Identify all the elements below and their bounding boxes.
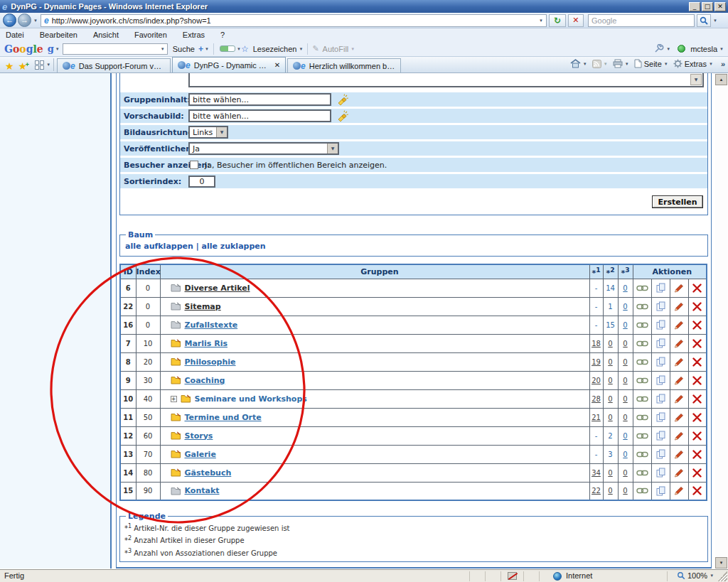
bookmarks-button[interactable]: Lesezeichen [253,45,297,53]
delete-action[interactable] [688,482,707,500]
delete-action[interactable] [688,352,707,371]
link-action[interactable] [633,389,651,408]
url-dropdown-icon[interactable]: ▼ [539,18,543,23]
group-link[interactable]: Gästebuch [185,468,232,478]
home-dropdown-icon[interactable]: ▼ [583,62,587,66]
copy-action[interactable] [651,352,670,371]
user-menu[interactable]: mctesla [690,45,717,53]
close-button[interactable]: ✕ [714,2,726,11]
group-link[interactable]: Philosophie [185,357,236,367]
delete-action[interactable] [688,408,707,426]
menu-item[interactable]: Favoriten [134,29,174,41]
add-search-icon[interactable]: + [198,44,203,54]
menu-item[interactable]: Ansicht [93,29,126,41]
flashlight-icon[interactable] [336,110,348,122]
group-link[interactable]: Galerie [185,450,216,459]
settings-dropdown-icon[interactable]: ▼ [666,47,670,51]
favorites-button[interactable]: ★ [5,60,14,72]
refresh-button[interactable]: ↻ [549,14,566,27]
vertical-scrollbar[interactable]: ▲ ▼ [715,73,727,569]
delete-action[interactable] [688,316,707,334]
group-link[interactable]: Termine und Orte [185,413,262,422]
browser-tab[interactable]: e Herzlich willkommen bei Joyw... [287,58,401,72]
search-go-button[interactable] [697,14,711,27]
google-g-button[interactable]: g [48,43,54,54]
link-action[interactable] [633,445,651,463]
link-action[interactable] [633,279,651,297]
browser-tab[interactable]: e Das Support-Forum von DynPG [57,58,171,72]
stop-button[interactable]: ✕ [568,14,584,27]
group-link[interactable]: Zufallstexte [185,320,238,330]
link-action[interactable] [633,334,651,352]
wrench-icon[interactable] [654,44,664,53]
delete-action[interactable] [688,371,707,389]
group-link[interactable]: Marlis Ris [185,339,228,348]
expand-icon[interactable]: + [171,396,177,402]
sortierindex-input[interactable]: 0 [188,176,215,188]
url-field[interactable]: e http://www.joywork.ch/cms/index.php?sh… [41,14,547,27]
link-action[interactable] [633,316,651,334]
copy-action[interactable] [651,408,670,426]
edit-action[interactable] [670,463,688,482]
copy-action[interactable] [651,316,670,334]
edit-action[interactable] [670,445,688,463]
bookmarks-dropdown-icon[interactable]: ▼ [299,47,303,51]
delete-action[interactable] [688,389,707,408]
erstellen-button[interactable]: Erstellen [652,195,703,208]
page-icon[interactable] [634,59,642,68]
delete-action[interactable] [688,463,707,482]
print-icon[interactable] [613,59,623,68]
edit-action[interactable] [670,279,688,297]
tab-list-dropdown-icon[interactable]: ▼ [46,63,50,67]
group-link[interactable]: Kontakt [185,486,220,495]
delete-action[interactable] [688,334,707,352]
print-dropdown-icon[interactable]: ▼ [625,62,629,66]
delete-action[interactable] [688,297,707,316]
gear-icon[interactable] [673,59,682,68]
feed-icon[interactable] [592,60,601,68]
copy-action[interactable] [651,371,670,389]
delete-action[interactable] [688,279,707,297]
link-action[interactable] [633,297,651,316]
flashlight-icon[interactable] [336,94,348,105]
group-link[interactable]: Seminare und Workshops [195,394,307,404]
restore-button[interactable]: □ [702,2,713,11]
resize-grip[interactable] [717,571,727,581]
gruppeninhalt-select[interactable]: bitte wählen... [188,93,331,106]
home-icon[interactable] [570,59,581,68]
google-search-input[interactable]: ▼ [63,43,168,55]
link-action[interactable] [633,426,651,445]
tools-dropdown-icon[interactable]: ▼ [709,62,713,66]
google-search-dropdown-icon[interactable]: ▼ [161,47,165,51]
page-dropdown-icon[interactable]: ▼ [664,62,668,66]
copy-action[interactable] [651,334,670,352]
tab-close-icon[interactable]: ✕ [274,61,280,69]
page-menu[interactable]: Seite [644,60,662,68]
menu-item[interactable]: Extras [183,29,212,41]
search-options-dropdown-icon[interactable]: ▼ [713,18,717,23]
delete-action[interactable] [688,445,707,463]
scroll-up-icon[interactable]: ▲ [715,74,727,85]
edit-action[interactable] [670,297,688,316]
edit-action[interactable] [670,352,688,371]
edit-action[interactable] [670,389,688,408]
copy-action[interactable] [651,279,670,297]
edit-action[interactable] [670,426,688,445]
group-link[interactable]: Coaching [185,376,225,385]
autofill-dropdown-icon[interactable]: ▼ [350,47,355,51]
group-link[interactable]: Sitemap [185,302,221,311]
back-button[interactable]: ← [3,14,16,27]
edit-action[interactable] [670,482,688,500]
menu-item[interactable]: Datei [6,29,31,41]
link-action[interactable] [633,352,651,371]
copy-action[interactable] [651,445,670,463]
autofill-button[interactable]: AutoFill [323,45,349,53]
bildausrichtung-select[interactable]: Links ▼ [188,126,228,139]
feed-dropdown-icon[interactable]: ▼ [604,62,608,66]
add-search-dropdown-icon[interactable]: ▼ [205,47,209,51]
edit-action[interactable] [670,371,688,389]
more-commands-icon[interactable]: » [721,60,725,68]
copy-action[interactable] [651,463,670,482]
edit-action[interactable] [670,316,688,334]
history-dropdown-icon[interactable]: ▼ [33,18,38,23]
